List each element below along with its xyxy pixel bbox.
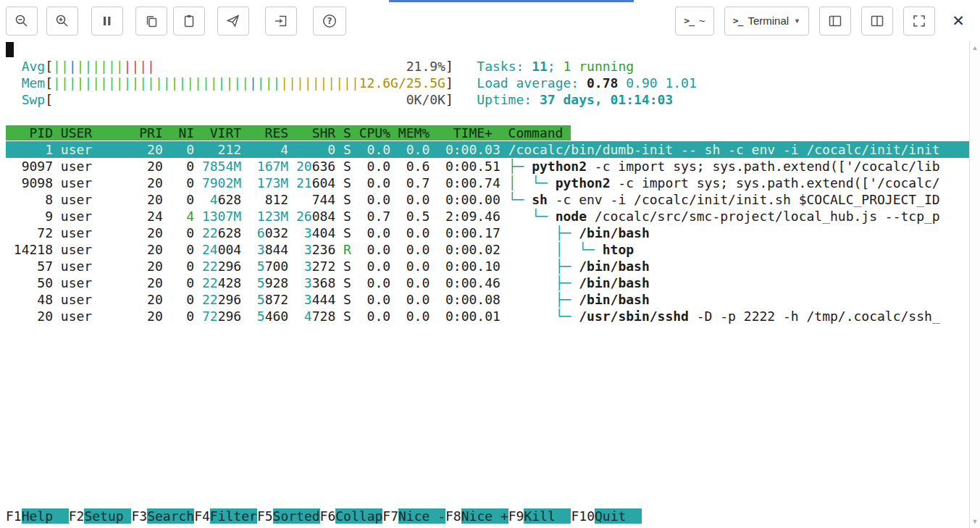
paper-plane-icon [226,14,240,28]
htop-swap-meter-line: Swp[ 0K/0K] Uptime: 37 days, 01:14:03 [6,91,969,108]
copy-button[interactable] [135,7,167,35]
terminal-menu-button[interactable]: >_ Terminal ▼ [724,7,809,35]
active-tab-indicator [389,0,634,2]
window-columns-icon [870,14,884,28]
terminal-toolbar: ? >_ ~ >_ Terminal ▼ ✕ [0,0,980,41]
terminal-line-blank [6,408,969,424]
htop-process-row[interactable]: 1 user 20 0 212 4 0 S 0.0 0.0 0:00.03 /c… [6,141,969,158]
terminal-cursor-line [6,41,969,58]
split-row-button[interactable] [819,7,851,35]
terminal-line-blank [6,358,969,374]
htop-table-header[interactable]: PID USER PRI NI VIRT RES SHR S CPU% MEM%… [6,125,969,141]
terminal-line-blank [6,374,969,391]
terminal-path-label: ~ [699,14,705,27]
paste-button[interactable] [173,7,205,35]
pause-button[interactable] [91,7,123,35]
htop-process-row[interactable]: 14218 user 20 0 24004 3844 3236 R 0.0 0.… [6,241,969,258]
close-button[interactable]: ✕ [945,12,971,30]
htop-process-row[interactable]: 9 user 24 4 1307M 123M 26084 S 0.7 0.5 2… [6,208,969,225]
htop-process-row[interactable]: 50 user 20 0 22428 5928 3368 S 0.0 0.0 0… [6,275,969,291]
zoom-out-icon [14,14,29,28]
help-button[interactable]: ? [313,7,346,35]
terminal-path-button[interactable]: >_ ~ [675,7,713,35]
terminal[interactable]: Avg[||||||||||||| 21.9%] Tasks: 11; 1 ru… [0,41,969,528]
toolbar-right-group: >_ ~ >_ Terminal ▼ ✕ [675,7,971,35]
terminal-line-blank [6,474,969,491]
close-icon: ✕ [952,12,965,29]
htop-cpu-meter-line: Avg[||||||||||||| 21.9%] Tasks: 11; 1 ru… [6,58,969,75]
exit-button[interactable] [265,7,297,35]
terminal-scrollbar[interactable]: ▲ ▼ [969,41,980,528]
zoom-in-button[interactable] [46,7,78,35]
terminal-line-blank [6,391,969,408]
window-split-icon [828,14,842,28]
htop-process-row[interactable]: 9097 user 20 0 7854M 167M 20636 S 0.0 0.… [6,158,969,175]
htop-function-bar[interactable]: F1Help F2Setup F3SearchF4FilterF5SortedF… [6,508,969,524]
terminal-line-blank [6,341,969,358]
terminal-menu-label: Terminal [747,14,789,27]
terminal-line-blank [6,324,969,341]
terminal-line-blank [6,108,969,125]
chevron-down-icon: ▼ [794,17,800,25]
zoom-out-button[interactable] [6,7,38,35]
prompt-icon: >_ [733,15,743,26]
terminal-line-blank [6,424,969,441]
htop-mem-meter-line: Mem[||||||||||||||||||||||||||||||||||||… [6,75,969,91]
scroll-down-icon[interactable]: ▼ [972,518,979,525]
prompt-icon: >_ [684,15,694,26]
terminal-line-blank [6,441,969,458]
split-col-button[interactable] [861,7,893,35]
help-glyph: ? [327,16,332,26]
htop-process-row[interactable]: 72 user 20 0 22628 6032 3404 S 0.0 0.0 0… [6,225,969,241]
copy-icon [144,14,159,28]
scroll-up-icon[interactable]: ▲ [972,44,979,51]
pause-icon [100,14,114,28]
zoom-in-icon [55,14,70,28]
paste-icon [182,14,196,28]
htop-process-row[interactable]: 9098 user 20 0 7902M 173M 21604 S 0.0 0.… [6,175,969,191]
exit-door-icon [274,14,288,28]
htop-process-row[interactable]: 8 user 20 0 4628 812 744 S 0.0 0.0 0:00.… [6,191,969,208]
htop-process-row[interactable]: 48 user 20 0 22296 5872 3444 S 0.0 0.0 0… [6,291,969,308]
htop-process-row[interactable]: 57 user 20 0 22296 5700 3272 S 0.0 0.0 0… [6,258,969,275]
question-circle-icon: ? [322,13,338,29]
htop-process-row[interactable]: 20 user 20 0 72296 5460 4728 S 0.0 0.0 0… [6,308,969,324]
fullscreen-button[interactable] [903,7,935,35]
send-button[interactable] [217,7,249,35]
fullscreen-icon [912,14,926,28]
terminal-line-blank [6,491,969,508]
terminal-line-blank [6,458,969,474]
